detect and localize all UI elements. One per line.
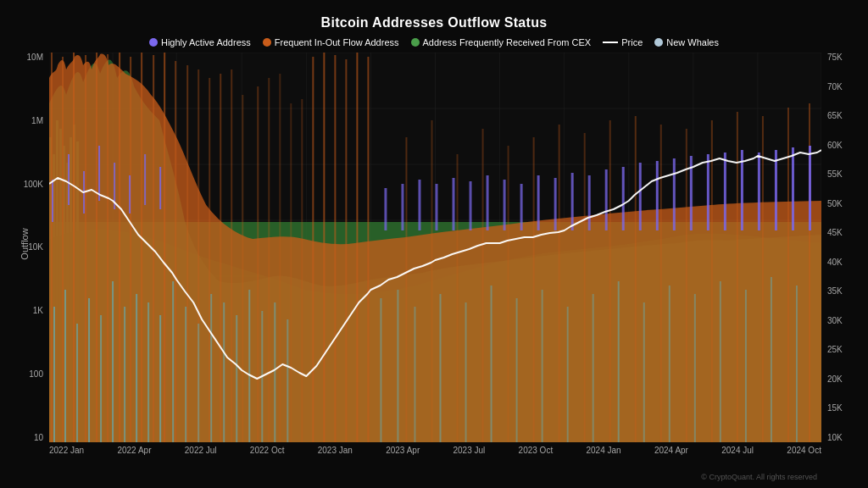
svg-rect-111	[694, 294, 696, 442]
svg-rect-55	[312, 57, 314, 442]
svg-rect-33	[62, 57, 64, 442]
svg-rect-132	[520, 184, 523, 230]
svg-rect-137	[605, 169, 608, 230]
svg-rect-148	[792, 147, 794, 230]
svg-rect-58	[345, 59, 347, 442]
legend-label-price: Price	[621, 37, 643, 47]
svg-rect-135	[571, 173, 574, 230]
svg-rect-65	[508, 146, 509, 442]
svg-rect-129	[470, 181, 472, 230]
svg-rect-61	[405, 137, 407, 442]
svg-rect-39	[130, 57, 131, 442]
x-label-2022apr: 2022 Apr	[117, 446, 151, 455]
svg-rect-133	[537, 175, 540, 230]
svg-rect-38	[119, 53, 120, 442]
price-line	[603, 42, 618, 43]
y-axis-right: 75K 70K 65K 60K 55K 50K 45K 40K 35K 30K …	[822, 53, 868, 442]
svg-rect-85	[136, 294, 137, 442]
svg-rect-115	[796, 286, 798, 442]
svg-rect-136	[588, 175, 591, 230]
svg-rect-141	[673, 158, 676, 230]
svg-rect-123	[159, 167, 161, 209]
svg-rect-128	[453, 178, 455, 230]
svg-rect-67	[559, 125, 560, 442]
svg-rect-121	[129, 175, 131, 214]
svg-rect-140	[656, 161, 659, 230]
chart-title: Bitcoin Addresses Outflow Status	[0, 8, 868, 34]
svg-rect-35	[85, 55, 86, 442]
svg-rect-66	[533, 137, 535, 442]
svg-rect-125	[401, 184, 403, 230]
svg-rect-70	[635, 116, 637, 442]
svg-rect-114	[771, 277, 772, 442]
frequent-dot	[263, 38, 271, 47]
svg-rect-109	[643, 302, 645, 442]
x-label-2023jan: 2023 Jan	[318, 446, 353, 455]
svg-rect-139	[639, 163, 642, 230]
cex-dot	[411, 38, 420, 47]
svg-rect-59	[356, 53, 358, 442]
svg-rect-116	[52, 180, 53, 222]
svg-rect-104	[516, 298, 518, 442]
svg-rect-75	[762, 116, 764, 442]
svg-rect-69	[609, 120, 611, 442]
svg-rect-112	[720, 281, 721, 442]
svg-rect-86	[147, 302, 149, 442]
svg-rect-64	[482, 129, 484, 442]
svg-rect-71	[660, 125, 662, 442]
svg-rect-146	[758, 152, 760, 230]
svg-rect-80	[76, 324, 78, 442]
svg-rect-48	[231, 69, 232, 442]
legend-item-highly-active: Highly Active Address	[149, 37, 251, 47]
svg-rect-96	[274, 302, 275, 442]
svg-rect-51	[268, 78, 270, 442]
svg-rect-106	[567, 307, 569, 442]
svg-rect-40	[141, 53, 142, 442]
svg-rect-131	[504, 180, 506, 230]
chart-container: Bitcoin Addresses Outflow Status Highly …	[0, 0, 868, 488]
svg-rect-88	[172, 281, 174, 442]
svg-rect-130	[487, 175, 489, 230]
x-label-2022jan: 2022 Jan	[49, 446, 84, 455]
svg-rect-46	[209, 78, 210, 442]
svg-rect-49	[242, 95, 243, 442]
x-label-2023apr: 2023 Apr	[386, 446, 420, 455]
svg-rect-53	[290, 103, 292, 442]
svg-rect-93	[236, 315, 237, 442]
svg-rect-63	[457, 154, 459, 442]
svg-rect-56	[323, 53, 325, 442]
svg-rect-100	[414, 307, 415, 442]
svg-rect-107	[593, 294, 594, 442]
svg-rect-99	[397, 290, 398, 442]
legend-label-frequent: Frequent In-Out Flow Address	[275, 37, 399, 47]
svg-rect-50	[257, 86, 259, 442]
svg-rect-90	[198, 324, 199, 442]
legend-label-new-whales: New Whales	[666, 37, 719, 47]
chart-svg	[49, 53, 821, 442]
svg-rect-144	[724, 152, 726, 230]
y-axis-left: 10M 1M 100K 10K 1K 100 10	[2, 53, 48, 442]
svg-rect-84	[124, 307, 125, 442]
x-label-2024apr: 2024 Apr	[654, 446, 688, 455]
svg-rect-126	[418, 180, 420, 230]
svg-rect-127	[436, 184, 438, 230]
svg-rect-43	[175, 61, 176, 442]
legend-item-cex: Address Frequently Received From CEX	[411, 37, 592, 47]
new-whales-dot	[654, 38, 663, 47]
svg-rect-94	[248, 290, 250, 442]
chart-plot-area: 10M 1M 100K 10K 1K 100 10 75K 70K 65K 60…	[49, 53, 821, 442]
svg-rect-134	[554, 178, 557, 230]
legend-item-frequent: Frequent In-Out Flow Address	[263, 37, 399, 47]
svg-rect-122	[144, 154, 146, 205]
svg-rect-54	[301, 99, 303, 442]
svg-rect-101	[440, 294, 442, 442]
x-label-2023jul: 2023 Jul	[453, 446, 486, 455]
x-label-2024oct: 2024 Oct	[787, 446, 821, 455]
x-label-2022jul: 2022 Jul	[185, 446, 217, 455]
svg-rect-113	[745, 290, 747, 442]
svg-rect-74	[737, 112, 738, 442]
legend-label-cex: Address Frequently Received From CEX	[423, 37, 592, 47]
svg-rect-98	[380, 298, 381, 442]
svg-rect-37	[107, 54, 108, 442]
svg-rect-83	[112, 281, 114, 442]
